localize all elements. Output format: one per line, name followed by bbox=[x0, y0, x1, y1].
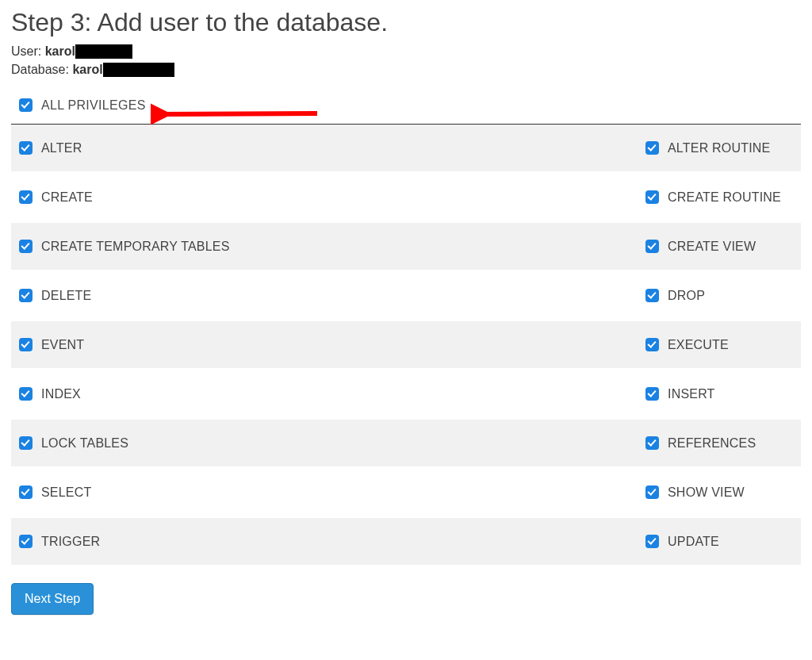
privilege-label: DELETE bbox=[41, 289, 91, 303]
privilege-checkbox[interactable] bbox=[645, 436, 659, 450]
page-title: Step 3: Add user to the database. bbox=[11, 8, 801, 37]
privilege-row: CREATECREATE ROUTINE bbox=[11, 174, 801, 223]
privilege-cell: TRIGGER bbox=[16, 532, 642, 551]
privilege-row: SELECTSHOW VIEW bbox=[11, 469, 801, 518]
privilege-label: REFERENCES bbox=[668, 436, 756, 451]
privilege-checkbox[interactable] bbox=[645, 338, 659, 351]
privilege-checkbox[interactable] bbox=[19, 141, 33, 155]
user-label: User: bbox=[11, 44, 45, 58]
privilege-cell: EXECUTE bbox=[642, 336, 729, 354]
privilege-checkbox[interactable] bbox=[19, 190, 33, 204]
redacted-user-suffix bbox=[75, 44, 132, 59]
privilege-label: DROP bbox=[668, 289, 705, 303]
privilege-checkbox[interactable] bbox=[19, 436, 33, 450]
privilege-checkbox[interactable] bbox=[19, 485, 33, 499]
privilege-cell: ALTER bbox=[16, 139, 642, 157]
privilege-cell: SELECT bbox=[16, 483, 642, 501]
privilege-label: ALTER bbox=[41, 141, 82, 155]
privilege-row: ALTERALTER ROUTINE bbox=[11, 125, 801, 174]
privilege-label: INDEX bbox=[41, 387, 81, 401]
redacted-database-suffix bbox=[103, 63, 174, 77]
privilege-checkbox[interactable] bbox=[645, 141, 659, 155]
privilege-label: UPDATE bbox=[668, 535, 719, 549]
privilege-checkbox[interactable] bbox=[645, 485, 659, 499]
privilege-cell: CREATE bbox=[16, 188, 642, 206]
privilege-checkbox[interactable] bbox=[19, 387, 33, 401]
privilege-cell: DROP bbox=[642, 286, 705, 305]
privilege-row: LOCK TABLESREFERENCES bbox=[11, 420, 801, 469]
privilege-checkbox[interactable] bbox=[645, 289, 659, 302]
database-value: karol bbox=[72, 63, 102, 76]
privilege-cell: EVENT bbox=[16, 336, 642, 354]
meta-block: User: karol Database: karol bbox=[11, 42, 801, 79]
all-privileges-row: ALL PRIVILEGES bbox=[11, 96, 801, 124]
privilege-cell: CREATE TEMPORARY TABLES bbox=[16, 237, 642, 255]
privilege-label: SELECT bbox=[41, 485, 91, 500]
privilege-cell: CREATE VIEW bbox=[642, 237, 756, 255]
privilege-checkbox[interactable] bbox=[19, 240, 33, 253]
privilege-row: TRIGGERUPDATE bbox=[11, 518, 801, 567]
privilege-label: INSERT bbox=[668, 387, 715, 401]
privilege-cell: CREATE ROUTINE bbox=[642, 188, 781, 206]
privilege-label: LOCK TABLES bbox=[41, 436, 128, 451]
privilege-row: CREATE TEMPORARY TABLESCREATE VIEW bbox=[11, 223, 801, 272]
privilege-checkbox[interactable] bbox=[19, 535, 33, 548]
privilege-cell: LOCK TABLES bbox=[16, 434, 642, 452]
privilege-checkbox[interactable] bbox=[645, 190, 659, 204]
privilege-label: TRIGGER bbox=[41, 535, 100, 549]
privilege-label: CREATE ROUTINE bbox=[668, 190, 781, 205]
all-privileges-checkbox[interactable] bbox=[19, 98, 33, 112]
privilege-row: INDEXINSERT bbox=[11, 370, 801, 420]
user-value: karol bbox=[45, 44, 75, 58]
next-step-button[interactable]: Next Step bbox=[11, 583, 94, 615]
all-privileges-label: ALL PRIVILEGES bbox=[41, 98, 146, 113]
privilege-cell: ALTER ROUTINE bbox=[642, 139, 770, 157]
privilege-cell: DELETE bbox=[16, 286, 642, 305]
privilege-label: EXECUTE bbox=[668, 338, 729, 352]
database-label: Database: bbox=[11, 63, 72, 76]
privilege-row: DELETEDROP bbox=[11, 272, 801, 321]
privilege-label: SHOW VIEW bbox=[668, 485, 745, 500]
privilege-row: EVENTEXECUTE bbox=[11, 321, 801, 370]
privilege-checkbox[interactable] bbox=[645, 535, 659, 548]
privilege-checkbox[interactable] bbox=[19, 338, 33, 351]
privilege-cell: SHOW VIEW bbox=[642, 483, 745, 501]
privilege-checkbox[interactable] bbox=[645, 387, 659, 401]
privilege-cell: REFERENCES bbox=[642, 434, 756, 452]
privilege-cell: UPDATE bbox=[642, 532, 719, 551]
privileges-grid: ALTERALTER ROUTINECREATECREATE ROUTINECR… bbox=[11, 125, 801, 567]
privilege-label: EVENT bbox=[41, 338, 84, 352]
privilege-label: CREATE VIEW bbox=[668, 240, 756, 254]
privilege-label: ALTER ROUTINE bbox=[668, 141, 770, 155]
privilege-label: CREATE bbox=[41, 190, 93, 205]
privilege-label: CREATE TEMPORARY TABLES bbox=[41, 240, 230, 254]
privilege-cell: INDEX bbox=[16, 385, 642, 403]
privilege-checkbox[interactable] bbox=[645, 240, 659, 253]
privilege-cell: INSERT bbox=[642, 385, 715, 403]
privilege-checkbox[interactable] bbox=[19, 289, 33, 302]
